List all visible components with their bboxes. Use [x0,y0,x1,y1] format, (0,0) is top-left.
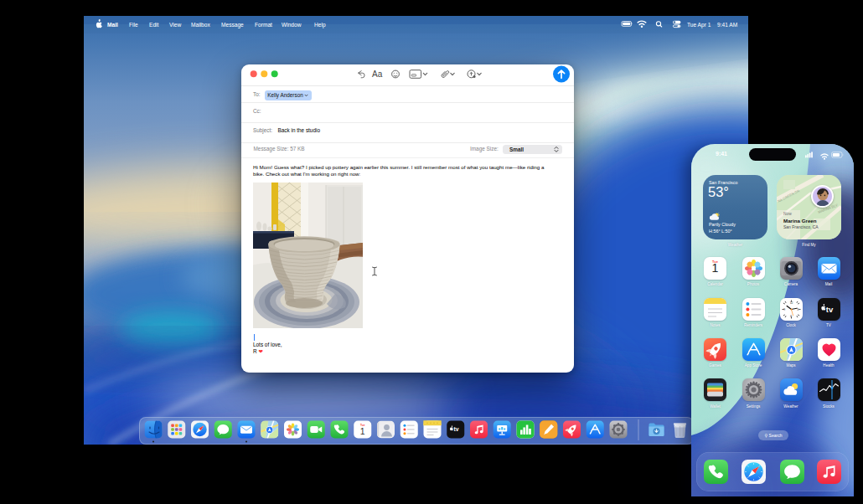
svg-text:1: 1 [360,426,365,436]
svg-text:12: 12 [789,301,793,305]
svg-text:Aa: Aa [372,69,383,79]
svg-text:tv: tv [453,426,458,432]
svg-text:9: 9 [783,308,785,311]
svg-text:tv: tv [825,305,833,314]
svg-text:6: 6 [790,315,792,318]
